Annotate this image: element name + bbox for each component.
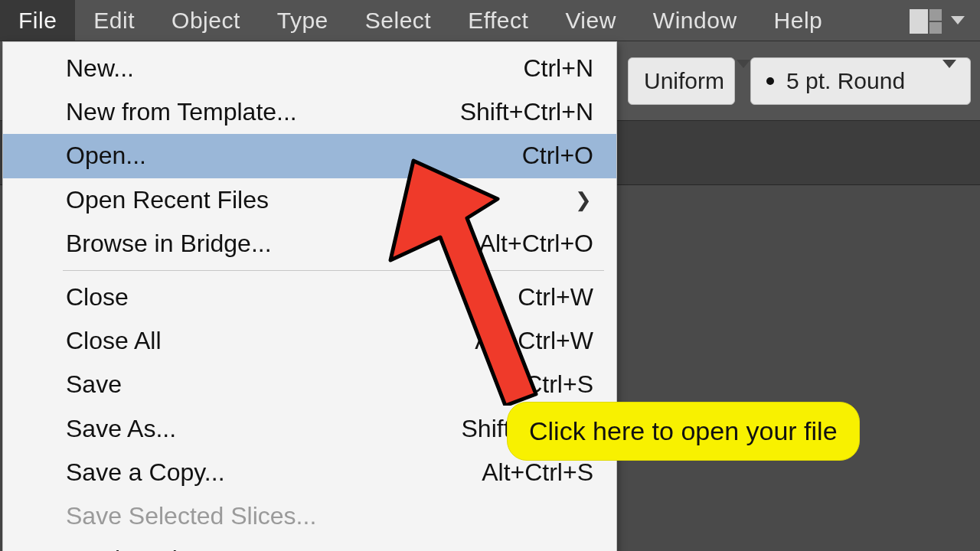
annotation-callout: Click here to open your file [507, 402, 860, 461]
stroke-brush-label: 5 pt. Round [786, 68, 905, 94]
shortcut-label: Ctrl+N [523, 52, 593, 85]
menu-bar-item-view[interactable]: View [547, 0, 634, 41]
menu-item-browse-in-bridge[interactable]: Browse in Bridge... Alt+Ctrl+O [3, 222, 616, 266]
shortcut-label: Shift+Ctrl+N [460, 96, 593, 129]
brush-swatch-icon [766, 77, 774, 85]
menu-item-close[interactable]: Close Ctrl+W [3, 276, 616, 319]
stroke-brush-dropdown[interactable]: 5 pt. Round [750, 57, 971, 105]
menu-separator [63, 270, 604, 271]
menu-item-new-from-template[interactable]: New from Template... Shift+Ctrl+N [3, 90, 616, 134]
menu-item-new[interactable]: New... Ctrl+N [3, 47, 616, 90]
menu-bar-item-effect[interactable]: Effect [449, 0, 547, 41]
chevron-down-icon [737, 60, 750, 93]
shortcut-label: Alt+Ctrl+W [475, 324, 593, 357]
menu-bar-item-object[interactable]: Object [153, 0, 259, 41]
file-menu-dropdown: New... Ctrl+N New from Template... Shift… [2, 41, 617, 551]
workspace-icon [910, 9, 940, 32]
menu-bar-item-help[interactable]: Help [756, 0, 841, 41]
chevron-down-icon [951, 16, 965, 24]
chevron-down-icon [942, 60, 956, 93]
menu-bar-item-window[interactable]: Window [635, 0, 756, 41]
menu-bar-item-type[interactable]: Type [259, 0, 347, 41]
menu-item-save[interactable]: Save Ctrl+S [3, 363, 616, 406]
shortcut-label: Alt+Ctrl+S [482, 456, 593, 489]
shortcut-label: Ctrl+O [522, 139, 593, 172]
shortcut-label: Alt+Ctrl+O [479, 227, 593, 260]
menu-bar-item-edit[interactable]: Edit [75, 0, 153, 41]
annotation-callout-text: Click here to open your file [529, 416, 838, 445]
shortcut-label: Ctrl+S [524, 368, 593, 401]
menu-item-version-history[interactable]: Version History [3, 538, 616, 551]
shortcut-label: Ctrl+W [518, 281, 593, 314]
submenu-arrow-icon: ❯ [575, 187, 593, 214]
workspace-switcher[interactable] [910, 0, 980, 41]
menu-item-open-recent[interactable]: Open Recent Files ❯ [3, 178, 616, 222]
menu-bar-item-select[interactable]: Select [347, 0, 449, 41]
menu-item-open[interactable]: Open... Ctrl+O [3, 134, 616, 178]
menu-item-close-all[interactable]: Close All Alt+Ctrl+W [3, 319, 616, 363]
stroke-style-label: Uniform [644, 68, 724, 94]
menu-bar-item-file[interactable]: File [0, 0, 75, 41]
stroke-style-dropdown[interactable]: Uniform [628, 57, 735, 105]
menu-bar: File Edit Object Type Select Effect View… [0, 0, 980, 41]
menu-item-save-selected-slices: Save Selected Slices... [3, 494, 616, 538]
